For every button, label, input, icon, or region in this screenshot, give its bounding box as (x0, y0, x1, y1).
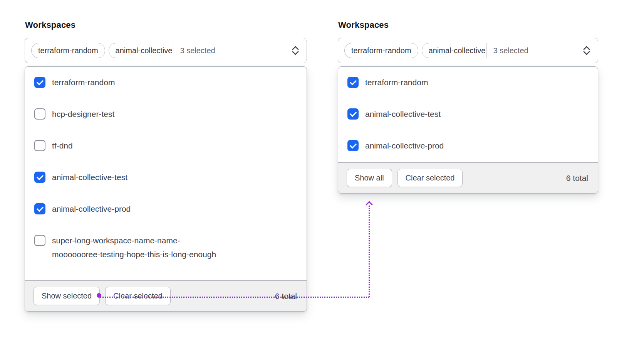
checkbox[interactable] (34, 140, 45, 151)
workspace-option-label: animal-collective-prod (52, 202, 131, 216)
multiselect-trigger[interactable]: terraform-random animal-collective 3 sel… (338, 38, 598, 63)
field-label: Workspaces (338, 20, 598, 30)
workspace-option-row[interactable]: terraform-random (338, 67, 598, 98)
chevron-up-down-icon (290, 45, 300, 56)
selected-tag-pill: terraform-random (31, 43, 105, 58)
chevron-up-down-icon (582, 45, 592, 56)
workspace-option-row[interactable]: terraform-random (25, 67, 307, 98)
workspace-option-row[interactable]: super-long-workspace-name-name- moooooor… (25, 225, 307, 270)
workspace-option-row[interactable]: hcp-designer-test (25, 98, 307, 130)
total-count: 6 total (275, 292, 298, 301)
show-selected-button[interactable]: Show selected (34, 287, 100, 305)
dropdown-footer: Show all Clear selected 6 total (338, 162, 598, 193)
workspace-option-label: hcp-designer-test (52, 107, 114, 121)
workspace-option-row[interactable]: animal-collective-test (338, 98, 598, 130)
checkbox[interactable] (347, 140, 359, 151)
checkbox[interactable] (347, 108, 359, 120)
workspace-option-label: terraform-random (365, 76, 428, 89)
workspace-option-row[interactable]: animal-collective-prod (338, 130, 598, 162)
annotation-connector-horizontal (100, 297, 369, 298)
checkbox[interactable] (34, 203, 45, 214)
options-list: terraform-random hcp-designer-test tf-dn… (25, 67, 307, 280)
checkbox[interactable] (34, 172, 45, 183)
annotation-connector-vertical (369, 206, 370, 297)
clear-selected-button[interactable]: Clear selected (397, 169, 463, 187)
field-label: Workspaces (25, 20, 307, 30)
checkbox[interactable] (34, 108, 45, 120)
workspace-option-label: animal-collective-test (365, 107, 441, 121)
total-count: 6 total (566, 174, 589, 183)
workspace-option-label: terraform-random (52, 76, 115, 89)
selected-tag-pill-clipped: animal-collective (422, 43, 487, 58)
multiselect-dropdown: terraform-random animal-collective-test … (338, 66, 598, 194)
options-list: terraform-random animal-collective-test … (338, 67, 598, 162)
multiselect-trigger[interactable]: terraform-random animal-collective 3 sel… (25, 38, 307, 63)
workspaces-multiselect-left: Workspaces terraform-random animal-colle… (25, 15, 307, 312)
workspace-option-row[interactable]: animal-collective-test (25, 162, 307, 193)
arrow-up-icon (366, 201, 372, 208)
selected-tag-pill: terraform-random (344, 43, 418, 58)
show-all-button[interactable]: Show all (347, 169, 392, 187)
dropdown-footer: Show selected Clear selected 6 total (25, 280, 307, 311)
workspace-option-label: animal-collective-test (52, 170, 127, 184)
multiselect-dropdown: terraform-random hcp-designer-test tf-dn… (25, 66, 307, 312)
checkbox[interactable] (347, 77, 359, 88)
selected-count: 3 selected (180, 46, 215, 55)
workspace-option-row[interactable]: tf-dnd (25, 130, 307, 162)
workspace-option-row[interactable]: animal-collective-prod (25, 193, 307, 225)
workspaces-multiselect-right: Workspaces terraform-random animal-colle… (338, 15, 598, 194)
workspace-option-label: animal-collective-prod (365, 139, 444, 153)
workspace-option-label: super-long-workspace-name-name- moooooor… (52, 234, 216, 261)
selected-tag-pill-clipped: animal-collective (109, 43, 174, 58)
selected-count: 3 selected (493, 46, 528, 55)
checkbox[interactable] (34, 235, 45, 246)
clear-selected-button[interactable]: Clear selected (105, 287, 171, 305)
workspace-option-label: tf-dnd (52, 139, 73, 153)
checkbox[interactable] (34, 77, 45, 88)
